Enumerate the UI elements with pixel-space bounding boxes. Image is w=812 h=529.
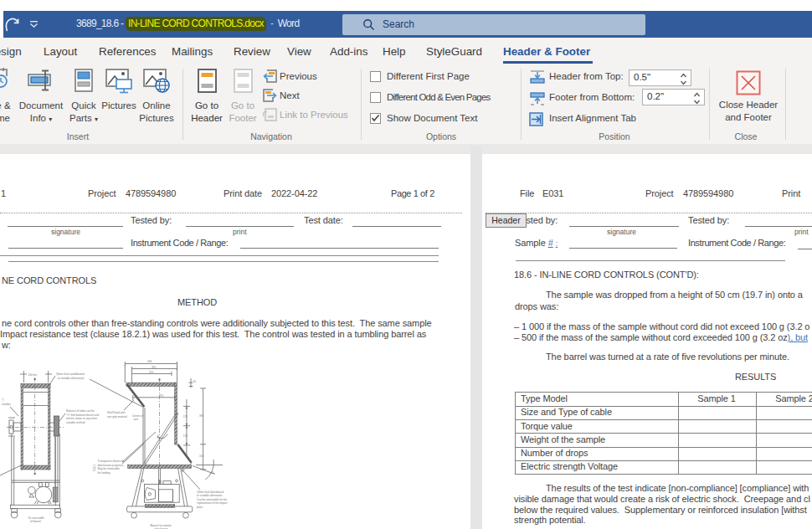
svg-text:(3mm thick blackboard: (3mm thick blackboard <box>197 490 224 494</box>
svg-text:E35.1: E35.1 <box>93 464 96 471</box>
svg-text:electric motor or any other: electric motor or any other <box>66 417 98 420</box>
svg-text:"O" belt between barrel and: "O" belt between barrel and <box>66 413 99 417</box>
svg-text:May be removable: May be removable <box>98 467 120 470</box>
svg-text:*): *) <box>2 398 3 402</box>
svg-text:275: 275 <box>149 371 154 374</box>
svg-text:non grip material: non grip material <box>107 415 127 419</box>
svg-text:175: 175 <box>183 434 188 438</box>
svg-text:replacement of the impact: replacement of the impact <box>197 501 228 505</box>
svg-text:Can be removable for the: Can be removable for the <box>197 498 227 501</box>
svg-text:axis: axis <box>134 418 139 421</box>
svg-text:observation purposes,: observation purposes, <box>98 464 124 467</box>
svg-text:or suitable alternative.: or suitable alternative. <box>197 494 223 497</box>
svg-text:for loading: for loading <box>98 471 110 475</box>
svg-text:375: 375 <box>159 394 164 398</box>
svg-text:Balance of sides can be: Balance of sides can be <box>66 409 95 413</box>
svg-text:suitable method: suitable method <box>66 421 85 424</box>
svg-text:60: 60 <box>211 471 214 475</box>
svg-text:of barrel: of barrel <box>30 520 41 523</box>
svg-text:Center of: Center of <box>132 414 143 418</box>
svg-text:10: 10 <box>193 380 197 383</box>
svg-text:Transparent sheets for: Transparent sheets for <box>98 460 126 463</box>
svg-text:395: 395 <box>152 366 157 369</box>
svg-text:436: 436 <box>147 360 152 363</box>
svg-text:number: number <box>2 403 12 406</box>
svg-text:Shelf fixed with: Shelf fixed with <box>107 411 126 414</box>
svg-text:175: 175 <box>183 415 188 419</box>
svg-text:200 min: 200 min <box>28 373 38 377</box>
svg-text:(3mm thick sandblasted: (3mm thick sandblasted <box>56 372 85 376</box>
svg-text:or suitable alternative): or suitable alternative) <box>58 377 84 380</box>
svg-text:plate: plate <box>197 506 203 509</box>
svg-text:150: 150 <box>199 455 204 458</box>
svg-text:396: 396 <box>199 414 204 418</box>
